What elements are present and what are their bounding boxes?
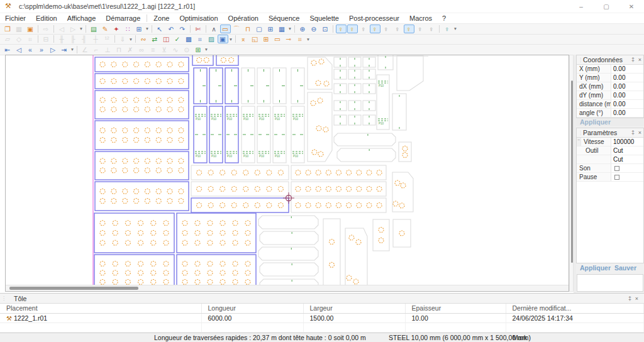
parameter-checkbox[interactable] xyxy=(614,175,619,180)
corner-tool-icon[interactable]: ⌐ xyxy=(91,45,102,54)
validate-icon[interactable]: ✓ xyxy=(172,35,183,43)
undo-icon[interactable]: ↶ xyxy=(166,25,177,33)
hash-edit-icon[interactable]: ⌗ xyxy=(195,35,206,43)
simulate-back-icon[interactable]: ◁ xyxy=(57,25,67,33)
show-contours-icon[interactable]: ♀ xyxy=(336,25,347,33)
menu-d-marrage[interactable]: Démarrage xyxy=(101,13,145,24)
menu-fichier[interactable]: Fichier xyxy=(0,13,31,24)
array-tool-icon[interactable]: ▦ xyxy=(277,25,287,33)
sheet-column-header[interactable]: Epaisseur xyxy=(405,304,506,313)
vertical-scrollbar[interactable] xyxy=(569,55,574,292)
select-cursor-icon[interactable]: ↖ xyxy=(155,25,165,33)
show-all-icon[interactable]: ♀ xyxy=(442,25,453,33)
coordinate-value-field[interactable]: 0.00 xyxy=(611,100,643,108)
toolbar-dropdown-icon[interactable]: ▼ xyxy=(306,37,311,41)
fill-pattern-icon[interactable]: ▨ xyxy=(206,35,217,43)
zoom-fit-icon[interactable]: ⊡ xyxy=(320,25,331,33)
coordinate-value-field[interactable]: 0.00 xyxy=(611,82,643,91)
go-next-icon[interactable]: ▷ xyxy=(48,45,58,54)
menu-zone[interactable]: Zone xyxy=(148,13,174,24)
horizontal-scrollbar[interactable] xyxy=(6,285,569,291)
close-icon[interactable]: × xyxy=(636,130,643,136)
vertical-scrollbar-thumb[interactable] xyxy=(571,80,573,263)
horizontal-scrollbar-thumb[interactable] xyxy=(9,287,138,290)
minimize-button[interactable]: – xyxy=(569,0,594,13)
nesting-drawing[interactable]: P10P10P10P10P10P10P10P10P10P10P10P10P10P… xyxy=(6,55,569,291)
align-mid-icon[interactable]: ╢ xyxy=(79,35,90,43)
arc-tool-icon[interactable]: ⌒ xyxy=(231,25,242,33)
parameter-checkbox[interactable] xyxy=(614,166,619,171)
go-last-icon[interactable]: ⇥ xyxy=(59,45,70,54)
machine-icon[interactable]: ✦ xyxy=(111,25,122,33)
toolbar-dropdown-icon[interactable]: ▼ xyxy=(453,26,458,31)
pin-icon[interactable]: ‡ xyxy=(626,295,633,302)
sequence-loop-icon[interactable]: ∾ xyxy=(138,35,149,43)
go-prev-icon[interactable]: ◁ xyxy=(14,45,25,54)
coordinate-value-field[interactable]: 0.00 xyxy=(611,91,643,99)
measure-box-icon[interactable]: ⌗ xyxy=(25,35,36,43)
drop-anchor-icon[interactable]: ⇓ xyxy=(118,35,128,43)
zoom-out-icon[interactable]: ⊖ xyxy=(309,25,319,33)
auto-dim-icon[interactable]: ◇ xyxy=(14,35,25,43)
toolbar-dropdown-icon[interactable]: ▼ xyxy=(145,26,150,31)
pin-icon[interactable]: ‡ xyxy=(630,57,636,63)
verify-icon[interactable]: ⊻ xyxy=(159,45,170,54)
menu-squelette[interactable]: Squelette xyxy=(304,13,343,24)
angle-tool-icon[interactable]: ∠ xyxy=(80,45,91,54)
toolbox-icon[interactable]: ▭ xyxy=(272,35,283,43)
menu-op-ration[interactable]: Opération xyxy=(223,13,264,24)
sheet-column-header[interactable]: Longueur xyxy=(201,304,303,313)
align-left-icon[interactable]: ╫ xyxy=(57,35,67,43)
edit-sheet-icon[interactable]: ✎ xyxy=(100,25,111,33)
appliquer-button[interactable]: Appliquer xyxy=(580,264,611,272)
copy-sheets-icon[interactable]: ⊞ xyxy=(134,25,145,33)
show-arrows-icon[interactable]: ♀ xyxy=(381,25,392,33)
menu-optimisation[interactable]: Optimisation xyxy=(174,13,223,24)
parameter-value-field[interactable]: Cut xyxy=(611,155,643,163)
tangent-icon[interactable]: ⊓ xyxy=(114,45,125,54)
toolbar-dropdown-icon[interactable]: ▼ xyxy=(287,26,292,31)
contour-tool-icon[interactable]: ⊓ xyxy=(243,25,253,33)
wave-icon[interactable]: ∿ xyxy=(170,45,181,54)
show-numbers-icon[interactable]: ♀ xyxy=(358,25,369,33)
equal-icon[interactable]: ≡ xyxy=(148,45,158,54)
layer-edit-icon[interactable]: ⊞ xyxy=(193,45,204,54)
close-button[interactable]: ✕ xyxy=(619,0,644,13)
show-dims-icon[interactable]: ♀ xyxy=(392,25,403,33)
compare-panels-icon[interactable]: ◫ xyxy=(161,35,172,43)
detach-icon[interactable]: ⊸ xyxy=(284,35,294,43)
go-first-icon[interactable]: ⇤ xyxy=(3,45,13,54)
copy-process-icon[interactable]: ⊞ xyxy=(261,35,272,43)
coordinate-value-field[interactable]: 0.00 xyxy=(611,74,643,82)
menu-post-processeur[interactable]: Post-processeur xyxy=(344,13,404,24)
save-icon[interactable]: ▦ xyxy=(14,25,25,33)
cut-entity-icon[interactable]: ✄ xyxy=(193,25,204,33)
menu-edition[interactable]: Edition xyxy=(31,13,62,24)
nesting-canvas[interactable]: P10P10P10P10P10P10P10P10P10P10P10P10P10P… xyxy=(5,55,569,292)
lead-in-icon[interactable]: ◱ xyxy=(250,35,260,43)
align-top-icon[interactable]: ╟ xyxy=(68,35,79,43)
auto-sequence-icon[interactable]: ▩ xyxy=(184,35,194,43)
rectangle-tool-icon[interactable]: ▭ xyxy=(220,25,231,33)
link-icon[interactable]: ∞ xyxy=(136,45,147,54)
toolbar-dropdown-icon[interactable]: ▼ xyxy=(204,47,209,52)
close-icon[interactable]: × xyxy=(633,295,640,302)
ghost-rect-tool-icon[interactable]: ▢ xyxy=(254,25,265,33)
sheet-column-header[interactable]: Placement xyxy=(0,304,201,313)
simulate-forward-icon[interactable]: ▷ xyxy=(68,25,79,33)
sheet-table-row[interactable]: ⚒1222_1.r016000.001500.0010.0024/06/2025… xyxy=(0,313,644,323)
menu-?[interactable]: ? xyxy=(437,13,451,24)
toolbar-dropdown-icon[interactable]: ▼ xyxy=(228,37,233,41)
menu-s-quence[interactable]: Séquence xyxy=(264,13,305,24)
play-back-icon[interactable]: « xyxy=(25,45,36,54)
vertex-tool-icon[interactable]: ∧ xyxy=(209,25,219,33)
transfer-icon[interactable]: ⇨ xyxy=(41,25,52,33)
parts-colors-icon[interactable]: ∷ xyxy=(123,25,133,33)
report-icon[interactable]: ▤ xyxy=(89,25,99,33)
close-icon[interactable]: × xyxy=(636,57,643,63)
redo-icon[interactable]: ↷ xyxy=(177,25,188,33)
align-center-icon[interactable]: ┼ xyxy=(91,35,101,43)
toolbar-dropdown-icon[interactable]: ▼ xyxy=(128,37,133,41)
sequence-shuffle-icon[interactable]: ⇄ xyxy=(150,35,160,43)
micro-joint-icon[interactable]: ⌅ xyxy=(238,35,249,43)
